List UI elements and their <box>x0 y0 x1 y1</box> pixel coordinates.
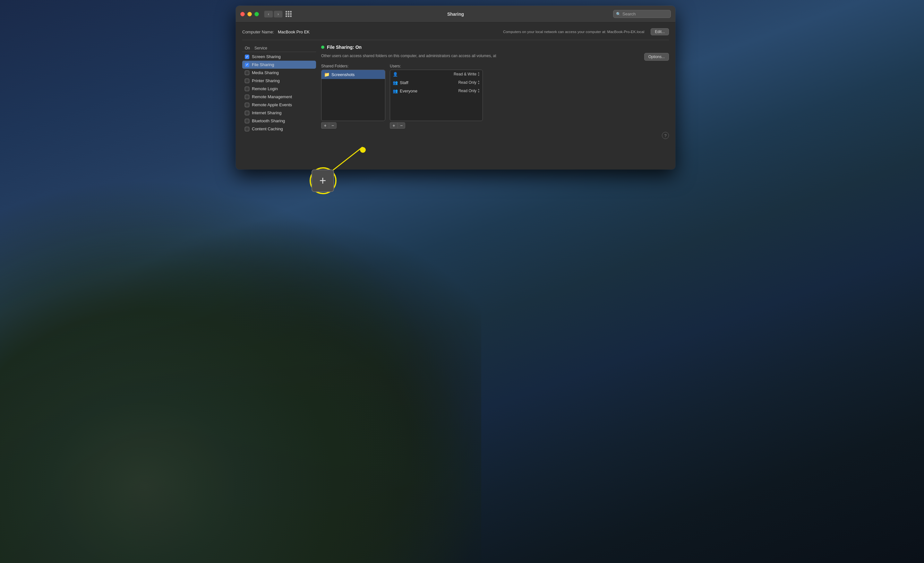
service-item-remote-apple-events[interactable]: Remote Apple Events <box>242 101 316 109</box>
remote-management-label: Remote Management <box>252 95 292 99</box>
perm-arrows-icon: ▲▼ <box>477 72 480 77</box>
user-icon-everyone: 👥 <box>393 89 398 93</box>
media-sharing-checkbox[interactable] <box>245 71 249 75</box>
services-header: On Service <box>242 45 316 52</box>
right-panel: File Sharing: On Other users can access … <box>321 45 669 139</box>
window-body: Computer Name: MacBook Pro EK Computers … <box>236 23 675 144</box>
user-name-everyone: Everyone <box>400 89 456 93</box>
help-button[interactable]: ? <box>662 132 669 139</box>
users-list: 👤 Read & Write ▲▼ 👥 Staff <box>390 70 483 121</box>
bottom-row: ? <box>321 132 669 139</box>
service-item-media-sharing[interactable]: Media Sharing <box>242 69 316 77</box>
internet-sharing-label: Internet Sharing <box>252 110 282 115</box>
file-sharing-status-title: File Sharing: On <box>327 45 362 50</box>
service-item-bluetooth-sharing[interactable]: Bluetooth Sharing <box>242 117 316 125</box>
service-item-content-caching[interactable]: Content Caching <box>242 125 316 133</box>
status-dot-green <box>321 46 324 49</box>
grid-icon <box>285 11 292 17</box>
user-add-remove-row: + − <box>390 122 483 129</box>
services-header-service: Service <box>254 46 267 50</box>
back-button[interactable]: ‹ <box>264 11 273 18</box>
screen-sharing-checkbox[interactable]: ✓ <box>245 54 249 59</box>
options-button[interactable]: Options... <box>644 53 669 61</box>
search-icon: 🔍 <box>616 12 621 17</box>
remote-management-checkbox[interactable] <box>245 95 249 99</box>
computer-name-row: Computer Name: MacBook Pro EK Computers … <box>242 28 669 35</box>
status-header: File Sharing: On <box>321 45 669 50</box>
minimize-button[interactable] <box>248 12 252 17</box>
screen-sharing-label: Screen Sharing <box>252 54 281 59</box>
file-sharing-label: File Sharing <box>252 62 274 67</box>
maximize-button[interactable] <box>254 12 259 17</box>
folder-screenshots[interactable]: 📁 Screenshots <box>321 70 385 79</box>
user-perm-staff: Read Only ▲▼ <box>458 80 480 85</box>
forward-button[interactable]: › <box>274 11 283 18</box>
remote-apple-events-checkbox[interactable] <box>245 103 249 107</box>
service-item-screen-sharing[interactable]: ✓ Screen Sharing <box>242 53 316 61</box>
bluetooth-sharing-checkbox[interactable] <box>245 119 249 123</box>
perm-arrows-icon-3: ▲▼ <box>477 88 480 93</box>
sharing-preferences-window: ‹ › Sharing 🔍 Search Computer Name: MacB… <box>236 6 675 170</box>
folder-add-remove-row: + − <box>321 122 386 129</box>
folder-screenshots-name: Screenshots <box>332 72 354 77</box>
remove-shared-folder-button[interactable]: − <box>329 122 336 129</box>
service-item-remote-management[interactable]: Remote Management <box>242 93 316 101</box>
nav-buttons: ‹ › <box>264 11 283 18</box>
printer-sharing-checkbox[interactable] <box>245 79 249 83</box>
shared-folders-list: 📁 Screenshots <box>321 70 386 121</box>
folder-icon: 📁 <box>324 72 330 77</box>
window-title: Sharing <box>447 12 464 17</box>
user-icon-current: 👤 <box>393 72 398 77</box>
service-item-printer-sharing[interactable]: Printer Sharing <box>242 77 316 85</box>
divider <box>242 40 669 40</box>
main-content: On Service ✓ Screen Sharing ✓ File Shari… <box>242 45 669 139</box>
remote-login-checkbox[interactable] <box>245 87 249 91</box>
titlebar: ‹ › Sharing 🔍 Search <box>236 6 675 23</box>
bluetooth-sharing-label: Bluetooth Sharing <box>252 119 285 123</box>
add-user-button[interactable]: + <box>390 122 398 129</box>
user-perm-current: Read & Write ▲▼ <box>454 72 480 77</box>
content-caching-checkbox[interactable] <box>245 127 249 131</box>
user-icon-staff: 👥 <box>393 80 398 85</box>
checkmark-icon: ✓ <box>246 55 248 59</box>
computer-name-label: Computer Name: <box>242 30 274 35</box>
desktop-wallpaper-cliffs <box>0 178 481 563</box>
grid-view-button[interactable] <box>284 10 293 19</box>
shared-folders-label: Shared Folders: <box>321 64 386 68</box>
service-item-remote-login[interactable]: Remote Login <box>242 85 316 93</box>
file-sharing-description: Other users can access shared folders on… <box>321 53 496 59</box>
service-item-internet-sharing[interactable]: Internet Sharing <box>242 109 316 117</box>
user-item-staff[interactable]: 👥 Staff Read Only ▲▼ <box>390 78 483 87</box>
add-shared-folder-button[interactable]: + <box>321 122 329 129</box>
remote-login-label: Remote Login <box>252 86 278 91</box>
remove-user-button[interactable]: − <box>398 122 405 129</box>
user-perm-everyone: Read Only ▲▼ <box>458 88 480 93</box>
remote-apple-events-label: Remote Apple Events <box>252 102 292 107</box>
printer-sharing-label: Printer Sharing <box>252 78 280 83</box>
services-header-on: On <box>245 46 254 50</box>
user-name-staff: Staff <box>400 80 456 85</box>
service-item-file-sharing[interactable]: ✓ File Sharing <box>242 61 316 69</box>
computer-name-value: MacBook Pro EK <box>278 30 310 35</box>
internet-sharing-checkbox[interactable] <box>245 111 249 115</box>
users-col: Users: 👤 Read & Write ▲▼ <box>390 64 483 129</box>
search-box[interactable]: 🔍 Search <box>613 10 671 18</box>
computer-name-sub: Computers on your local network can acce… <box>503 30 644 34</box>
shared-folders-col: Shared Folders: 📁 Screenshots + − <box>321 64 386 129</box>
services-panel: On Service ✓ Screen Sharing ✓ File Shari… <box>242 45 316 139</box>
file-sharing-checkbox[interactable]: ✓ <box>245 63 249 67</box>
folders-users-section: Shared Folders: 📁 Screenshots + − <box>321 64 669 129</box>
edit-computer-name-button[interactable]: Edit... <box>651 28 669 35</box>
users-label: Users: <box>390 64 483 68</box>
checkmark-icon-2: ✓ <box>246 63 248 66</box>
user-item-current[interactable]: 👤 Read & Write ▲▼ <box>390 70 483 78</box>
media-sharing-label: Media Sharing <box>252 70 279 75</box>
user-item-everyone[interactable]: 👥 Everyone Read Only ▲▼ <box>390 87 483 95</box>
close-button[interactable] <box>240 12 245 17</box>
perm-arrows-icon-2: ▲▼ <box>477 80 480 85</box>
content-caching-label: Content Caching <box>252 126 283 131</box>
search-placeholder: Search <box>622 12 636 17</box>
traffic-lights <box>240 12 259 17</box>
